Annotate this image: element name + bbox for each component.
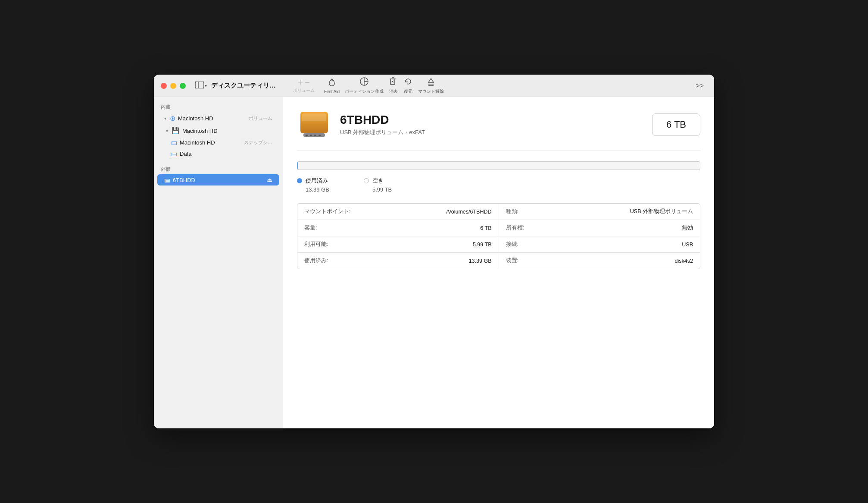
app-title: ディスクユーティリ… — [211, 82, 276, 90]
expand-arrow: ▾ — [166, 129, 168, 133]
available-val: 5.99 TB — [473, 242, 492, 248]
disk-icon: 🖴 — [171, 139, 177, 146]
first-aid-label: First Aid — [324, 89, 340, 94]
free-label: 空き — [372, 177, 384, 185]
drive-info: 6TBHDD USB 外部物理ボリューム・exFAT — [340, 113, 652, 136]
type-key: 種類: — [506, 208, 558, 215]
unmount-icon — [426, 77, 436, 88]
unmount-label: マウント解除 — [418, 88, 444, 94]
add-volume-icon: + — [298, 78, 303, 87]
minimize-button[interactable] — [170, 83, 176, 89]
used-dot — [297, 178, 302, 183]
usage-section: 使用済み 13.39 GB 空き 5.99 TB — [297, 161, 700, 193]
mount-point-cell: マウントポイント: /Volumes/6TBHDD — [297, 204, 499, 220]
available-key: 利用可能: — [304, 241, 356, 248]
sidebar-toggle-button[interactable]: ▾ — [193, 80, 209, 91]
svg-marker-9 — [428, 79, 434, 82]
info-row-4: 使用済み: 13.39 GB 装置: disk4s2 — [297, 253, 700, 269]
content-area: 6TBHDD USB 外部物理ボリューム・exFAT 6 TB 使用済み — [283, 97, 714, 428]
info-row-1: マウントポイント: /Volumes/6TBHDD 種類: USB 外部物理ボリ… — [297, 204, 700, 220]
restore-icon — [403, 77, 413, 88]
main-layout: 内蔵 ▾ ⊛ Macintosh HD ボリューム ▾ 💾 Macintosh … — [154, 97, 714, 428]
used-key: 使用済み: — [304, 257, 356, 264]
maximize-button[interactable] — [180, 83, 186, 89]
info-table: マウントポイント: /Volumes/6TBHDD 種類: USB 外部物理ボリ… — [297, 203, 700, 269]
chevron-down-icon: ▾ — [205, 83, 207, 88]
restore-label: 復元 — [404, 88, 412, 94]
drive-icon — [297, 107, 331, 142]
erase-label: 消去 — [389, 88, 398, 94]
toolbar-left: ▾ ディスクユーティリ… — [193, 80, 284, 91]
sidebar-item-name: 6TBHDD — [173, 177, 264, 183]
used-label-header: 使用済み — [297, 177, 329, 185]
volume-group-icon: ⊛ — [170, 114, 175, 123]
svg-rect-18 — [318, 135, 321, 136]
mount-point-key: マウントポイント: — [304, 208, 356, 215]
svg-rect-16 — [310, 135, 312, 136]
partition-icon — [359, 77, 369, 88]
close-button[interactable] — [161, 83, 167, 89]
mount-point-val: /Volumes/6TBHDD — [446, 209, 492, 215]
capacity-cell: 容量: 6 TB — [297, 220, 499, 236]
free-label-group: 空き 5.99 TB — [364, 177, 392, 193]
sidebar-item-data[interactable]: 🖴 Data — [164, 148, 279, 159]
svg-rect-0 — [195, 82, 204, 88]
first-aid-icon — [327, 78, 337, 88]
first-aid-button[interactable]: First Aid — [322, 76, 342, 96]
drive-description: USB 外部物理ボリューム・exFAT — [340, 129, 652, 136]
expand-arrow: ▾ — [164, 116, 166, 121]
device-val: disk4s2 — [675, 258, 693, 264]
sidebar-item-macintosh-hd-disk[interactable]: ▾ 💾 Macintosh HD — [159, 125, 279, 137]
ownership-cell: 所有権: 無効 — [499, 220, 700, 236]
free-label-header: 空き — [364, 177, 392, 185]
erase-icon — [389, 77, 398, 88]
connection-key: 接続: — [506, 241, 558, 248]
used-label: 使用済み — [306, 177, 328, 185]
svg-rect-13 — [302, 113, 326, 121]
usage-labels: 使用済み 13.39 GB 空き 5.99 TB — [297, 177, 700, 193]
sidebar-item-6tbhdd[interactable]: 🖴 6TBHDD ⏏ — [157, 174, 279, 185]
unmount-button[interactable]: マウント解除 — [415, 75, 446, 96]
svg-rect-17 — [314, 135, 316, 136]
ownership-val: 無効 — [682, 224, 693, 232]
more-button[interactable]: >> — [692, 80, 707, 91]
available-cell: 利用可能: 5.99 TB — [297, 236, 499, 252]
connection-cell: 接続: USB — [499, 236, 700, 252]
sidebar-item-name: Macintosh HD — [178, 115, 244, 122]
sidebar-item-macintosh-hd-volume[interactable]: ▾ ⊛ Macintosh HD ボリューム — [157, 112, 279, 125]
sidebar-item-sub: スナップシ… — [244, 139, 272, 146]
drive-header: 6TBHDD USB 外部物理ボリューム・exFAT 6 TB — [297, 107, 700, 151]
sidebar-toggle-icon — [195, 82, 204, 90]
disk-icon: 🖴 — [164, 176, 170, 183]
used-label-group: 使用済み 13.39 GB — [297, 177, 329, 193]
sidebar-item-macintosh-hd-snap[interactable]: 🖴 Macintosh HD スナップシ… — [164, 137, 279, 148]
type-val: USB 外部物理ボリューム — [630, 208, 693, 215]
internal-section-label: 内蔵 — [154, 102, 283, 112]
used-val: 13.39 GB — [469, 258, 492, 264]
usage-bar-fill — [297, 162, 298, 170]
disk-icon: 💾 — [172, 127, 180, 135]
usage-bar — [297, 161, 700, 170]
device-cell: 装置: disk4s2 — [499, 253, 700, 269]
minus-volume-icon: − — [305, 78, 310, 87]
connection-val: USB — [682, 242, 693, 248]
info-row-2: 容量: 6 TB 所有権: 無効 — [297, 220, 700, 236]
partition-button[interactable]: パーティション作成 — [342, 75, 386, 96]
sidebar-item-sub: ボリューム — [249, 115, 272, 122]
used-cell: 使用済み: 13.39 GB — [297, 253, 499, 269]
partition-label: パーティション作成 — [345, 88, 384, 94]
sidebar-item-name: Macintosh HD — [182, 128, 272, 134]
free-amount: 5.99 TB — [364, 186, 392, 193]
type-cell: 種類: USB 外部物理ボリューム — [499, 204, 700, 220]
capacity-val: 6 TB — [480, 225, 491, 231]
sidebar: 内蔵 ▾ ⊛ Macintosh HD ボリューム ▾ 💾 Macintosh … — [154, 97, 283, 428]
titlebar: ▾ ディスクユーティリ… + − ボリューム — [154, 75, 714, 97]
eject-button[interactable]: ⏏ — [267, 176, 272, 183]
drive-name: 6TBHDD — [340, 113, 652, 127]
erase-button[interactable]: 消去 — [386, 75, 401, 96]
disk-icon: 🖴 — [171, 150, 177, 157]
svg-rect-15 — [306, 135, 308, 136]
restore-button[interactable]: 復元 — [401, 75, 415, 96]
free-dot — [364, 178, 369, 183]
drive-size-badge: 6 TB — [652, 113, 700, 136]
